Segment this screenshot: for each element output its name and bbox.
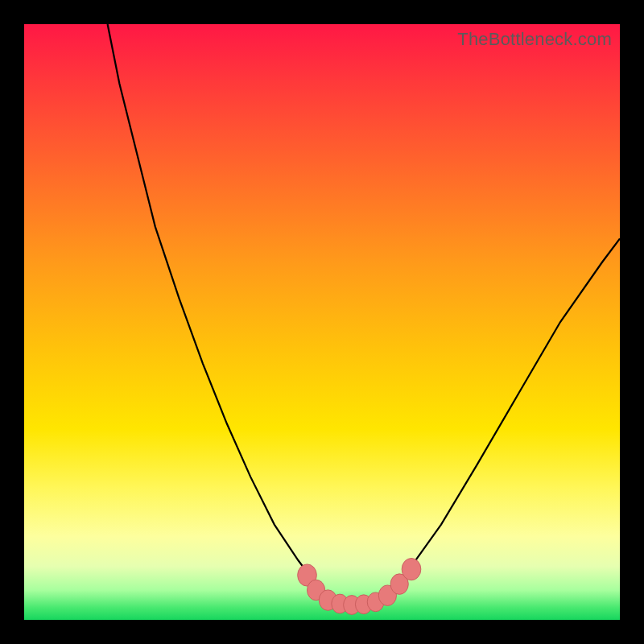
plot-area: TheBottleneck.com [24, 24, 620, 620]
curve-svg [24, 24, 620, 620]
chart-frame: TheBottleneck.com [0, 0, 644, 644]
curve-marker [402, 558, 421, 580]
bottleneck-curve-path [108, 24, 620, 605]
marker-group [298, 558, 421, 614]
